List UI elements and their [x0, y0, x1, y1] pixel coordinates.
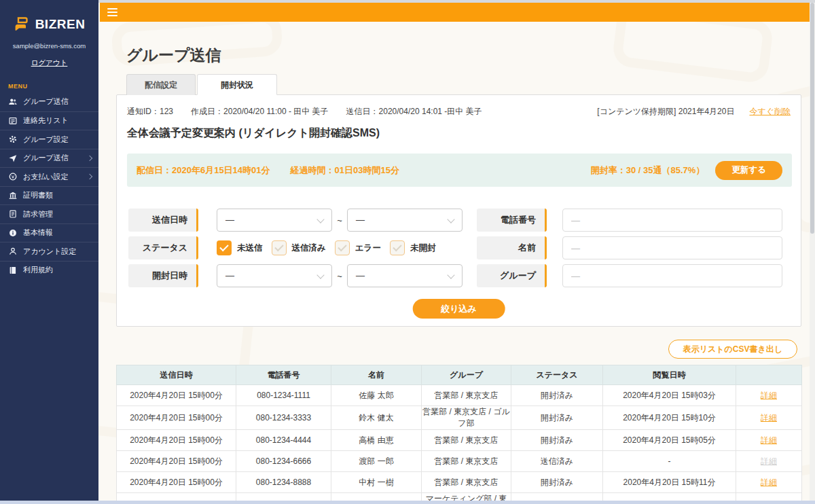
detail-link[interactable]: 詳細: [761, 391, 777, 400]
checkbox-unchecked-icon[interactable]: [390, 240, 405, 255]
info-icon: [8, 228, 18, 238]
table-row: 2020年4月20日 15時00分080-1234-8888中村 一樹営業部 /…: [117, 472, 802, 493]
cell-name: 高橋 由恵: [331, 430, 422, 451]
cell-detail: 詳細: [736, 451, 802, 472]
cell-group: 営業部 / 東京支店: [422, 472, 511, 493]
csv-export-button[interactable]: 表示リストのCSV書き出し: [668, 340, 797, 359]
cell-viewed: 2020年4月20日 15時05分: [603, 430, 736, 451]
sidebar-item-8[interactable]: アカウント設定: [0, 242, 98, 261]
sidebar-item-6[interactable]: 請求管理: [0, 204, 98, 223]
certificate-icon: [8, 191, 18, 200]
logout-link[interactable]: ログアウト: [31, 58, 68, 67]
checkbox-unchecked-icon[interactable]: [272, 240, 287, 255]
sidebar-item-9[interactable]: 利用規約: [0, 261, 98, 280]
range-tilde: ~: [332, 215, 347, 226]
cell-status: 開封済み: [511, 430, 603, 451]
table-row: 2020年4月20日 15時00分080-1234-1111佐藤 太郎営業部 /…: [117, 385, 802, 406]
sidebar-item-7[interactable]: 基本情報: [0, 223, 98, 242]
col-header-0: 送信日時: [117, 365, 236, 385]
cell-sent: 2020年4月20日 15時00分: [117, 406, 236, 430]
contact-list-icon: [8, 116, 18, 126]
open-datetime-to-select[interactable]: —: [347, 264, 463, 287]
apply-filter-button[interactable]: 絞り込み: [412, 299, 505, 319]
open-datetime-label: 開封日時: [128, 264, 198, 287]
open-rate: 開封率：30 / 35通（85.7%）: [591, 164, 705, 177]
page-title: グループ送信: [126, 45, 221, 66]
scrollbar[interactable]: [810, 3, 815, 504]
sidebar-item-label: 連絡先リスト: [23, 115, 69, 126]
sidebar-item-label: グループ設定: [23, 134, 69, 145]
scrollbar-thumb[interactable]: [810, 3, 814, 234]
cell-sent: 2020年4月20日 15時00分: [117, 472, 236, 493]
delivery-status-bar: 配信日：2020年6月15日14時01分 経過時間：01日03時間15分 開封率…: [127, 154, 792, 187]
cell-phone: 080-1234-3333: [236, 406, 331, 430]
col-header-1: 電話番号: [236, 365, 331, 385]
checkbox-unchecked-icon[interactable]: [335, 240, 350, 255]
sidebar-item-label: グループ送信: [23, 96, 69, 107]
refresh-button[interactable]: 更新する: [715, 161, 782, 180]
retention-limit: [コンテンツ保持期限] 2021年4月20日: [597, 106, 734, 118]
detail-link[interactable]: 詳細: [761, 435, 777, 445]
send-icon: [8, 154, 18, 163]
checkbox-label: エラー: [355, 242, 381, 254]
cell-status: 開封済み: [511, 406, 603, 430]
tab-open-status[interactable]: 開封状況: [197, 74, 277, 95]
account-icon: [8, 247, 18, 256]
name-input[interactable]: [562, 236, 782, 259]
filter-row-open-datetime: 開封日時 — ~ — グループ: [128, 264, 782, 287]
cell-status: 開封済み: [511, 472, 603, 493]
sidebar-menu: グループ送信連絡先リストグループ設定グループ送信お支払い設定証明書類請求管理基本…: [0, 92, 98, 279]
send-datetime-label: 送信日時: [128, 209, 198, 232]
chevron-down-icon: [447, 271, 454, 278]
hamburger-icon[interactable]: [107, 7, 117, 18]
detail-link[interactable]: 詳細: [761, 413, 777, 422]
checkbox-checked-icon[interactable]: [217, 240, 232, 255]
delivery-date: 配信日：2020年6月15日14時01分: [137, 164, 270, 177]
cell-sent: 2020年4月20日 15時00分: [117, 385, 236, 406]
group-label: グループ: [477, 264, 547, 287]
sidebar-item-label: アカウント設定: [23, 247, 76, 257]
phone-label: 電話番号: [477, 209, 547, 232]
status-checkbox-1[interactable]: 送信済み: [272, 240, 326, 255]
sidebar-item-3[interactable]: グループ送信: [0, 149, 98, 168]
cell-detail: 詳細: [736, 472, 802, 493]
sidebar-item-4[interactable]: お支払い設定: [0, 167, 98, 186]
sidebar-item-5[interactable]: 証明書類: [0, 186, 98, 205]
phone-input[interactable]: [562, 209, 782, 232]
group-input[interactable]: [562, 264, 782, 287]
sidebar-item-0[interactable]: グループ送信: [0, 92, 98, 111]
table-row: 2020年4月20日 15時00分080-1234-6666渡部 一郎営業部 /…: [117, 451, 802, 472]
bizren-logo-icon: [14, 16, 31, 33]
send-datetime-from-select[interactable]: —: [217, 209, 332, 232]
user-email: sample@bizren-sms.com: [0, 42, 98, 50]
payment-icon: [8, 172, 18, 181]
sidebar-item-1[interactable]: 連絡先リスト: [0, 111, 98, 130]
status-checkbox-3[interactable]: 未開封: [390, 240, 436, 255]
cell-group: 営業部 / 東京支店: [422, 385, 511, 406]
tab-delivery-settings[interactable]: 配信設定: [126, 74, 196, 95]
status-checkbox-2[interactable]: エラー: [335, 240, 381, 255]
send-datetime-to-select[interactable]: —: [347, 209, 463, 232]
top-appbar: [100, 3, 810, 22]
notice-meta-right: [コンテンツ保持期限] 2021年4月20日 今すぐ削除: [597, 106, 791, 118]
cell-phone: 080-1234-1111: [236, 385, 331, 406]
menu-section-label: MENU: [8, 83, 98, 90]
results-table: 送信日時電話番号名前グループステータス閲覧日時 2020年4月20日 15時00…: [116, 365, 802, 504]
elapsed-time: 経過時間：01日03時間15分: [291, 164, 399, 177]
notice-meta-left: 通知ID：123作成日：2020/04/20 11:00 - 田中 美子送信日：…: [127, 106, 500, 118]
cell-status: 開封済み: [511, 385, 603, 406]
cell-phone: 080-1234-8888: [236, 472, 331, 493]
cell-group: 営業部 / 東京支店: [422, 430, 511, 451]
status-checkbox-0[interactable]: 未送信: [217, 240, 263, 255]
delete-now-link[interactable]: 今すぐ削除: [749, 106, 791, 118]
sidebar-item-2[interactable]: グループ設定: [0, 130, 98, 149]
table-row: 2020年4月20日 15時00分080-1234-4444高橋 由恵営業部 /…: [117, 430, 802, 451]
detail-link[interactable]: 詳細: [761, 478, 777, 487]
open-datetime-from-select[interactable]: —: [217, 264, 332, 287]
notice-id: 通知ID：123: [127, 107, 173, 116]
invoice-icon: [8, 209, 18, 219]
chevron-down-icon: [447, 215, 454, 223]
col-header-2: 名前: [331, 365, 422, 385]
table-row: 2020年4月20日 15時00分080-1234-3333鈴木 健太営業部 /…: [117, 406, 802, 430]
cell-status: 送信済み: [511, 451, 603, 472]
